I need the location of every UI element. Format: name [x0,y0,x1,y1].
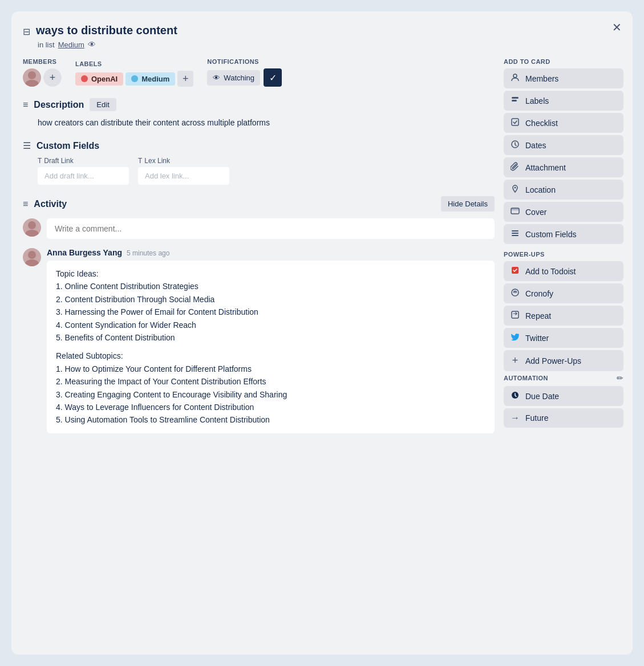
comment-line-8: 1. How to Optimize Your Content for Diff… [56,363,485,375]
labels-section: Labels OpenAI Medium + [75,60,193,87]
dates-sidebar-label: Dates [525,141,546,150]
description-section: ≡ Description Edit how creators can dist… [23,98,495,129]
description-icon: ≡ [23,100,28,110]
cover-sidebar-icon [509,206,521,217]
sidebar-cronofy-button[interactable]: Cronofy [504,283,623,303]
sidebar-checklist-button[interactable]: Checklist [504,113,623,133]
sidebar-add-power-ups-button[interactable]: + Add Power-Ups [504,350,623,371]
sidebar-todoist-button[interactable]: Add to Todoist [504,261,623,281]
repeat-icon [509,310,521,321]
draft-link-input[interactable]: Add draft link... [38,167,129,185]
card-title: ways to distribute content [36,23,177,38]
due-date-label: Due Date [525,392,559,401]
sidebar-location-button[interactable]: Location [504,180,623,200]
comment-line-1: Topic Ideas: [56,267,485,280]
edit-description-button[interactable]: Edit [90,98,116,111]
todoist-icon [509,266,521,277]
svg-point-5 [25,259,39,266]
comment-input[interactable] [47,218,495,239]
members-sidebar-label: Members [525,74,558,83]
svg-rect-14 [512,230,519,232]
members-label: Members [23,58,62,65]
attachment-sidebar-icon [509,162,521,173]
lex-type-icon: T [138,157,142,165]
draft-link-label: T Draft Link [38,157,129,165]
automation-edit-button[interactable]: ✏ [617,373,623,383]
comment-avatar [23,218,41,237]
labels-sidebar-icon [509,95,521,106]
sidebar-labels-button[interactable]: Labels [504,91,623,111]
custom-field-lex: T Lex Link Add lex link... [138,157,229,185]
sidebar-attachment-button[interactable]: Attachment [504,157,623,177]
label-medium[interactable]: Medium [125,72,175,86]
draft-link-text: Draft Link [44,157,73,165]
activity-time: 5 minutes ago [127,249,169,257]
svg-rect-9 [512,119,519,125]
comment-line-11: 4. Ways to Leverage Influencers for Cont… [56,401,485,413]
svg-rect-15 [512,233,519,234]
activity-icon: ≡ [23,199,28,209]
activity-header-left: ≡ Activity [23,199,67,209]
labels-sidebar-label: Labels [525,96,549,105]
watch-icon: 👁 [88,40,96,49]
members-section: Members + [23,58,62,87]
comment-row [23,218,495,239]
svg-point-6 [513,74,517,78]
watching-check-button[interactable]: ✓ [264,68,282,87]
svg-rect-7 [512,97,519,99]
svg-rect-13 [511,208,519,210]
add-label-button[interactable]: + [177,71,193,87]
in-list-label: in list [38,40,55,49]
add-member-button[interactable]: + [43,68,62,87]
sidebar-cover-button[interactable]: Cover [504,202,623,222]
comment-line-10: 3. Creating Engaging Content to Encourag… [56,388,485,401]
comment-line-7: Related Subtopics: [56,350,485,362]
comment-line-12: 5. Using Automation Tools to Streamline … [56,413,485,426]
label-medium-dot [131,75,138,82]
lex-link-text: Lex Link [144,157,170,165]
list-name-link[interactable]: Medium [58,40,84,49]
checklist-sidebar-label: Checklist [525,119,558,128]
checklist-sidebar-icon [509,117,521,128]
sidebar-repeat-button[interactable]: Repeat [504,306,623,326]
sidebar-dates-button[interactable]: Dates [504,135,623,155]
comment-line-5: 4. Content Syndication for Wider Reach [56,319,485,331]
svg-rect-20 [512,311,519,318]
svg-point-11 [515,187,516,189]
watch-eye-icon: 👁 [213,74,220,82]
svg-point-4 [28,251,36,259]
sidebar-custom-fields-button[interactable]: Custom Fields [504,224,623,244]
svg-point-19 [515,292,516,293]
activity-author: Anna Burgess Yang [47,248,122,257]
todoist-label: Add to Todoist [525,267,576,276]
sidebar-members-button[interactable]: Members [504,68,623,88]
labels-row: OpenAI Medium + [75,71,193,87]
label-openai[interactable]: OpenAI [75,72,123,86]
sidebar-future-button[interactable]: → Future [504,408,623,428]
custom-fields-header: ☰ Custom Fields [23,140,495,151]
avatar [23,68,41,87]
twitter-icon [509,332,521,343]
lex-link-input[interactable]: Add lex link... [138,167,229,185]
cronofy-label: Cronofy [525,289,553,298]
dates-sidebar-icon [509,140,521,151]
close-button[interactable]: ✕ [607,18,626,36]
watching-button[interactable]: 👁 Watching [207,70,260,86]
sidebar-due-date-button[interactable]: Due Date [504,386,623,406]
sidebar-twitter-button[interactable]: Twitter [504,328,623,348]
label-medium-text: Medium [141,75,169,83]
repeat-label: Repeat [525,311,551,320]
lex-link-label: T Lex Link [138,157,229,165]
comment-line-6: 5. Benefits of Content Distribution [56,331,485,344]
svg-rect-16 [512,235,519,236]
add-power-ups-label: Add Power-Ups [525,356,581,366]
hide-details-button[interactable]: Hide Details [441,196,495,212]
future-icon: → [509,413,521,423]
comment-line-2: 1. Online Content Distribution Strategie… [56,280,485,293]
attachment-sidebar-label: Attachment [525,163,566,172]
svg-rect-8 [512,100,517,101]
custom-fields-sidebar-label: Custom Fields [525,230,576,239]
location-sidebar-icon [509,184,521,195]
meta-row: Members + Labels OpenAI [23,58,495,87]
card-title-icon: ⊟ [23,26,30,37]
